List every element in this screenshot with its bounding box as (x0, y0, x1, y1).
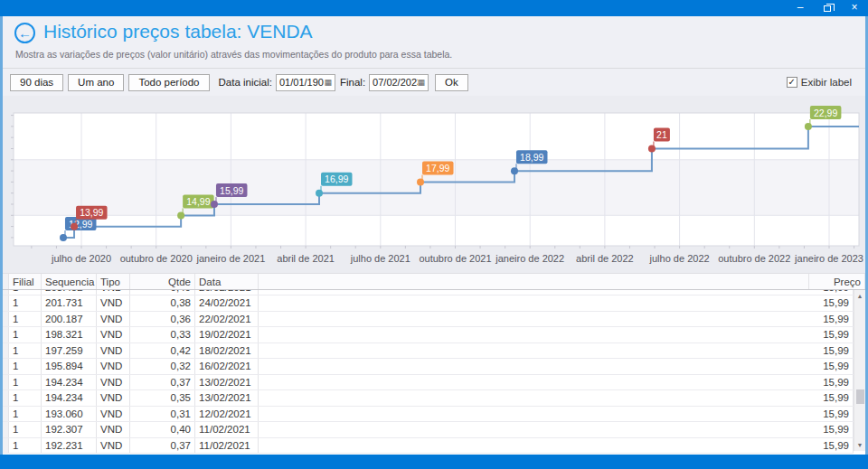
cell-qtde: 0,38 (130, 295, 195, 311)
toolbar: 90 dias Um ano Todo período Data inicial… (3, 68, 865, 96)
svg-text:21: 21 (656, 129, 667, 140)
cell-data: 13/02/2021 (195, 390, 259, 406)
title-bar: – × (0, 0, 868, 16)
show-label-checkbox-wrap[interactable]: ✓ Exibir label (787, 77, 852, 88)
checkbox-checked-icon[interactable]: ✓ (787, 77, 797, 88)
show-label-checkbox-label: Exibir label (801, 77, 852, 88)
cell-data: 18/02/2021 (195, 343, 259, 359)
cell-filial: 1 (9, 359, 42, 374)
restore-icon (824, 5, 831, 12)
range-one-year-button[interactable]: Um ano (68, 74, 124, 91)
cell-preco: 15,99 (797, 422, 854, 437)
svg-text:julho de 2021: julho de 2021 (350, 253, 410, 264)
cell-preco: 15,99 (797, 390, 854, 406)
end-date-label: Final: (340, 77, 365, 88)
cell-preco: 15,99 (797, 295, 854, 311)
table-row[interactable]: 1194.234VND0,3713/02/202115,99 (3, 375, 854, 391)
scroll-up-icon[interactable]: ▲ (854, 290, 865, 302)
row-filler (259, 422, 797, 437)
cell-tipo: VND (97, 295, 130, 311)
cell-sequencia: 194.234 (42, 375, 97, 390)
cell-qtde: 0,32 (130, 359, 195, 374)
cell-sequencia: 192.307 (42, 422, 97, 437)
cell-qtde: 0,33 (130, 327, 195, 342)
cell-filial: 1 (9, 290, 42, 295)
cell-filial: 1 (9, 312, 42, 327)
table-row[interactable]: 1201.731VND0,3824/02/202115,99 (3, 295, 854, 312)
cell-qtde: 0,42 (130, 343, 195, 359)
table-row[interactable]: 1198.321VND0,3319/02/202115,99 (3, 327, 854, 343)
cell-data: 13/02/2021 (195, 375, 259, 390)
cell-tipo: VND (97, 359, 130, 374)
cell-qtde: 0,40 (130, 290, 195, 295)
range-90-days-button[interactable]: 90 dias (10, 74, 63, 91)
ok-button[interactable]: Ok (435, 74, 468, 91)
table-row[interactable]: 1194.234VND0,3513/02/202115,99 (3, 390, 854, 407)
cell-filial: 1 (9, 422, 42, 437)
column-header-data[interactable]: Data (195, 274, 259, 289)
bottom-status-bar (0, 455, 868, 469)
cell-tipo: VND (97, 390, 130, 406)
column-header-qtde[interactable]: Qtde (130, 274, 195, 289)
row-gutter (3, 422, 9, 437)
table-row[interactable]: 1192.307VND0,4011/02/202115,99 (3, 422, 854, 438)
row-gutter (3, 359, 9, 374)
table-row[interactable]: 1193.060VND0,3112/02/202115,99 (3, 407, 854, 423)
calendar-icon[interactable]: ▦ (324, 79, 332, 87)
window-border-left (0, 16, 3, 469)
row-filler (259, 327, 797, 342)
minimize-button[interactable]: – (787, 0, 814, 16)
svg-text:18,99: 18,99 (520, 152, 543, 163)
cell-tipo: VND (97, 438, 130, 454)
column-header-filial[interactable]: Filial (9, 274, 42, 289)
table-row[interactable]: 1200.187VND0,3622/02/202115,99 (3, 312, 854, 328)
cell-sequencia: 197.259 (42, 343, 97, 359)
cell-sequencia: 194.234 (42, 390, 97, 406)
svg-text:abril de 2022: abril de 2022 (576, 253, 634, 264)
svg-text:16,99: 16,99 (325, 174, 348, 184)
page-title: Histórico preços tabela: VENDA (43, 21, 313, 42)
svg-text:14,99: 14,99 (186, 196, 210, 207)
table-row[interactable]: 1195.894VND0,3216/02/202115,99 (3, 359, 854, 375)
close-button[interactable]: × (841, 0, 868, 16)
cell-sequencia: 198.321 (42, 327, 97, 342)
cell-tipo: VND (97, 290, 130, 295)
scrollbar-thumb[interactable] (856, 389, 864, 404)
cell-tipo: VND (97, 407, 130, 422)
restore-button[interactable] (814, 0, 841, 16)
cell-preco: 15,99 (797, 312, 854, 327)
cell-data: 26/02/2021 (195, 290, 259, 295)
end-date-input[interactable]: 07/02/2023 ▦ (369, 74, 429, 91)
vertical-scrollbar[interactable]: ▲ ▼ (854, 290, 865, 451)
table-row[interactable]: 1197.259VND0,4218/02/202115,99 (3, 343, 854, 360)
calendar-icon[interactable]: ▦ (418, 79, 426, 87)
cell-preco: 15,99 (797, 438, 854, 454)
back-button[interactable]: ← (14, 23, 35, 43)
cell-sequencia: 203.452 (42, 290, 97, 295)
row-gutter (3, 274, 9, 289)
cell-filial: 1 (9, 375, 42, 390)
cell-sequencia: 192.231 (42, 438, 97, 454)
cell-sequencia: 193.060 (42, 407, 97, 422)
page-header: ← Histórico preços tabela: VENDA Mostra … (3, 16, 865, 68)
row-gutter (3, 438, 9, 454)
table-body: 1203.452VND0,4026/02/202115,991201.731VN… (3, 290, 854, 455)
start-date-label: Data inicial: (219, 77, 272, 88)
table-header-row: Filial Sequencia Tipo Qtde Data Preço (3, 274, 865, 290)
cell-filial: 1 (9, 390, 42, 406)
cell-sequencia: 201.731 (42, 295, 97, 311)
cell-data: 12/02/2021 (195, 407, 259, 422)
page-subtitle: Mostra as variações de preços (valor uni… (15, 49, 452, 60)
row-filler (259, 375, 797, 390)
cell-preco: 15,99 (797, 359, 854, 374)
column-header-sequencia[interactable]: Sequencia (42, 274, 97, 289)
cell-qtde: 0,40 (130, 422, 195, 437)
cell-tipo: VND (97, 422, 130, 437)
column-header-preco[interactable]: Preço (809, 274, 865, 289)
cell-data: 22/02/2021 (195, 312, 259, 327)
table-row[interactable]: 1192.231VND0,3711/02/202115,99 (3, 438, 854, 455)
scroll-down-icon[interactable]: ▼ (854, 439, 865, 451)
start-date-input[interactable]: 01/01/1900 ▦ (276, 74, 335, 91)
column-header-tipo[interactable]: Tipo (97, 274, 130, 289)
range-all-period-button[interactable]: Todo período (128, 74, 209, 91)
